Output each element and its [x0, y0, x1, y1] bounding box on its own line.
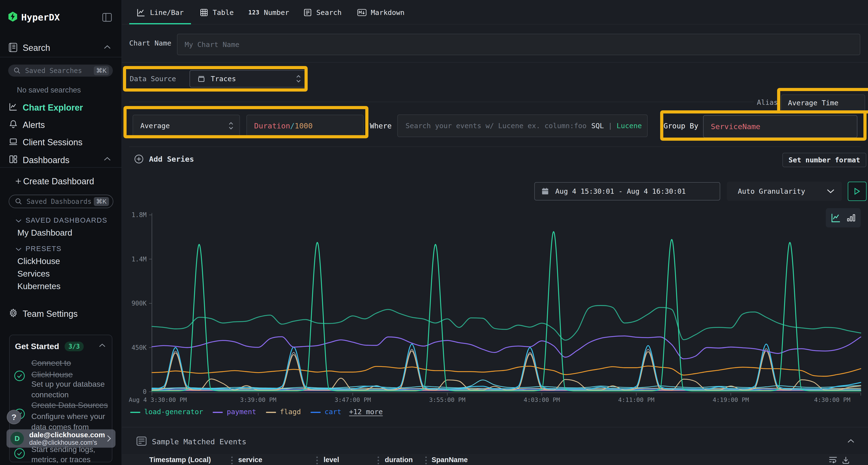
- search-collapse-chevron-icon[interactable]: [104, 45, 111, 49]
- sidebar-item-my-dashboard[interactable]: My Dashboard: [18, 228, 72, 238]
- get-started-item-subtitle-text: Set up your database: [31, 380, 105, 388]
- tab-label: Table: [213, 8, 234, 16]
- sidebar-item-search[interactable]: Search: [23, 43, 50, 53]
- chart-name-input[interactable]: My Chart Name: [177, 34, 860, 55]
- avatar: D: [10, 432, 24, 445]
- date-range-input[interactable]: Aug 4 15:30:01 - Aug 4 16:30:01: [534, 182, 720, 200]
- sidebar-divider: [0, 57, 122, 57]
- tab-table[interactable]: Table: [199, 7, 234, 18]
- alias-input[interactable]: Average Time: [781, 94, 865, 111]
- resize-dot: [316, 460, 318, 461]
- tab-line-bar[interactable]: Line/Bar: [136, 7, 184, 18]
- get-started-item-title: Connect toClickHouse: [31, 357, 73, 380]
- column-resize-handle[interactable]: [378, 456, 379, 465]
- tab-number[interactable]: 123 Number: [248, 7, 289, 18]
- sidebar-item-alerts[interactable]: Alerts: [23, 120, 45, 130]
- number-123-icon: 123: [248, 9, 259, 16]
- x-axis-label: 3:39:00 PM: [240, 396, 277, 403]
- column-resize-handle[interactable]: [425, 456, 427, 465]
- alerts-bell-icon: [9, 120, 18, 129]
- column-header-timestamp[interactable]: Timestamp (Local): [149, 456, 211, 464]
- get-started-collapse-chevron-icon[interactable]: [99, 343, 105, 347]
- sidebar-collapse-icon[interactable]: [102, 13, 112, 22]
- wrap-lines-icon[interactable]: [829, 456, 838, 464]
- where-placeholder: Search your events w/ Lucene ex. column:…: [406, 122, 587, 130]
- aggregation-select[interactable]: Average: [133, 115, 240, 137]
- download-icon[interactable]: [841, 456, 850, 465]
- legend-item[interactable]: load-generator: [130, 408, 203, 416]
- field-token-number: 1000: [294, 122, 313, 130]
- sidebar-item-services[interactable]: Services: [18, 269, 50, 278]
- get-started-item-subtitle-text: connection: [31, 390, 69, 399]
- saved-dashboards-chevron-icon[interactable]: [16, 219, 22, 223]
- resize-dot: [425, 460, 427, 461]
- legend-more-link[interactable]: +12 more: [349, 408, 383, 416]
- help-button[interactable]: ?: [7, 410, 21, 424]
- legend-swatch: [311, 412, 321, 413]
- column-header-service[interactable]: service: [238, 456, 262, 464]
- run-query-play-button[interactable]: [848, 182, 867, 201]
- tab-label: Search: [316, 8, 342, 16]
- sidebar-item-clickhouse[interactable]: ClickHouse: [18, 256, 60, 266]
- divider: [122, 427, 868, 427]
- lucene-toggle[interactable]: Lucene: [617, 122, 642, 130]
- legend-label: cart: [324, 408, 341, 416]
- field-input[interactable]: Duration/1000: [246, 115, 364, 137]
- x-axis-label: 4:19:00 PM: [713, 396, 749, 403]
- tab-markdown[interactable]: Markdown: [357, 7, 405, 18]
- data-source-value: Traces: [211, 75, 236, 83]
- presets-group-label[interactable]: PRESETS: [26, 245, 61, 253]
- series-unnamed-teal: [152, 305, 861, 340]
- data-source-select[interactable]: Traces: [189, 70, 307, 88]
- user-email: dale@clickhouse.com: [29, 431, 107, 439]
- saved-searches-input[interactable]: Saved Searches ⌘K: [8, 65, 113, 77]
- create-dashboard-button[interactable]: Create Dashboard: [23, 176, 94, 187]
- x-axis-label: 4:11:00 PM: [618, 396, 655, 403]
- tab-label: Number: [264, 8, 289, 16]
- bar-chart-toggle-icon[interactable]: [846, 213, 856, 223]
- saved-searches-shortcut: ⌘K: [94, 66, 109, 75]
- saved-dashboards-input[interactable]: Saved Dashboards ⌘K: [9, 195, 113, 208]
- sql-toggle[interactable]: SQL: [591, 122, 604, 130]
- get-started-badge: 3/3: [65, 342, 84, 351]
- where-search-input[interactable]: Search your events w/ Lucene ex. column:…: [397, 114, 648, 137]
- tab-search[interactable]: Search: [303, 7, 342, 18]
- resize-dot: [231, 463, 233, 464]
- timeseries-chart[interactable]: 0450K900K1.4M1.8MAug 4 3:30:00 PM3:39:00…: [122, 207, 868, 408]
- sidebar-item-dashboards[interactable]: Dashboards: [23, 155, 69, 165]
- check-circle-icon: [14, 448, 25, 459]
- column-header-level[interactable]: level: [323, 456, 339, 464]
- chevron-down-icon: [827, 189, 835, 194]
- presets-chevron-icon[interactable]: [16, 247, 22, 251]
- granularity-select[interactable]: Auto Granularity: [727, 182, 842, 201]
- chart-name-placeholder: My Chart Name: [185, 40, 240, 49]
- column-resize-handle[interactable]: [231, 456, 233, 465]
- sample-events-collapse-chevron-icon[interactable]: [847, 438, 855, 443]
- group-by-input[interactable]: ServiceName: [703, 115, 858, 138]
- legend-item[interactable]: cart: [311, 408, 341, 416]
- sidebar-item-kubernetes[interactable]: Kubernetes: [18, 281, 61, 291]
- set-number-format-button[interactable]: Set number format: [782, 153, 866, 167]
- add-series-button[interactable]: Add Series: [134, 154, 194, 164]
- dashboards-collapse-chevron-icon[interactable]: [104, 157, 111, 161]
- column-header-duration[interactable]: duration: [385, 456, 413, 464]
- active-tab-underline: [129, 23, 191, 24]
- legend-item[interactable]: flagd: [266, 408, 301, 416]
- legend-item[interactable]: payment: [213, 408, 256, 416]
- user-account-chip[interactable]: D dale@clickhouse.com dale@clickhouse.co…: [6, 429, 116, 447]
- sidebar-item-team-settings[interactable]: Team Settings: [23, 309, 78, 319]
- get-started-item-subtitle: Set up your databaseconnection: [31, 379, 105, 400]
- get-started-item-title-text: ClickHouse: [31, 370, 73, 379]
- sidebar-item-chart-explorer[interactable]: Chart Explorer: [23, 103, 83, 113]
- language-toggle-divider: |: [608, 122, 617, 130]
- tab-label: Line/Bar: [150, 8, 184, 16]
- x-axis-label: 3:55:00 PM: [429, 396, 466, 403]
- table-source-icon: [197, 75, 206, 83]
- column-header-spanname[interactable]: SpanName: [432, 456, 468, 464]
- y-axis-label: 900K: [131, 300, 147, 307]
- column-resize-handle[interactable]: [316, 456, 318, 465]
- sidebar-item-client-sessions[interactable]: Client Sessions: [23, 137, 83, 147]
- saved-dashboards-group-label[interactable]: SAVED DASHBOARDS: [26, 217, 107, 224]
- line-chart-toggle-icon[interactable]: [831, 212, 841, 223]
- group-by-value: ServiceName: [711, 122, 760, 131]
